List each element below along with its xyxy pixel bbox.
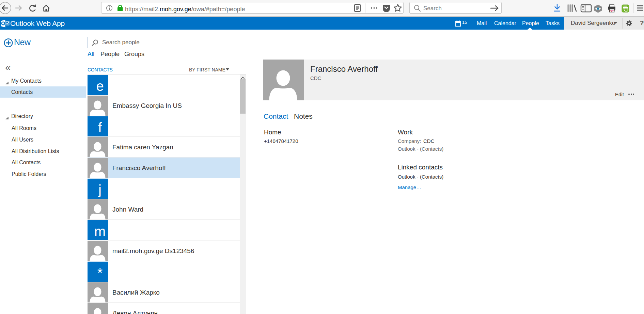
svg-text:PDF: PDF	[610, 10, 614, 12]
